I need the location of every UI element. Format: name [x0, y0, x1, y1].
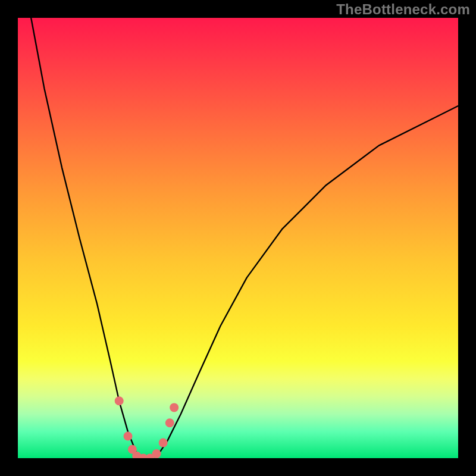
- attribution-text: TheBottleneck.com: [336, 1, 470, 18]
- data-marker: [170, 403, 178, 412]
- data-marker: [115, 396, 124, 405]
- data-marker: [165, 418, 174, 427]
- data-markers: [115, 396, 179, 458]
- data-marker: [152, 449, 161, 458]
- bottleneck-chart: [18, 18, 458, 458]
- data-marker: [159, 439, 168, 447]
- data-marker: [124, 432, 133, 441]
- bottleneck-curve: [31, 18, 458, 458]
